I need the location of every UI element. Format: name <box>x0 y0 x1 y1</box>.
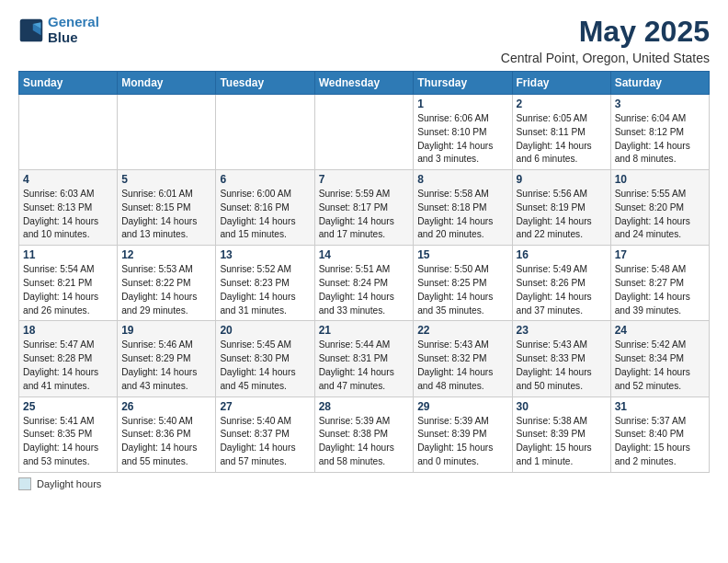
day-number: 13 <box>220 248 310 261</box>
day-info: Sunrise: 6:01 AM Sunset: 8:15 PM Dayligh… <box>121 188 211 242</box>
header: General Blue May 2025 Central Point, Ore… <box>18 15 710 65</box>
day-info: Sunrise: 5:58 AM Sunset: 8:18 PM Dayligh… <box>417 188 507 242</box>
calendar-cell: 2Sunrise: 6:05 AM Sunset: 8:11 PM Daylig… <box>512 95 610 170</box>
day-number: 7 <box>319 173 410 186</box>
calendar-day-header: Saturday <box>610 72 709 95</box>
calendar-cell: 5Sunrise: 6:01 AM Sunset: 8:15 PM Daylig… <box>118 170 216 246</box>
calendar-cell <box>19 95 118 170</box>
subtitle: Central Point, Oregon, United States <box>501 51 710 65</box>
calendar-cell: 15Sunrise: 5:50 AM Sunset: 8:25 PM Dayli… <box>414 246 512 321</box>
footer: Daylight hours <box>18 477 710 490</box>
day-number: 10 <box>615 173 705 186</box>
day-number: 26 <box>121 400 211 413</box>
day-info: Sunrise: 5:39 AM Sunset: 8:39 PM Dayligh… <box>417 415 507 469</box>
day-number: 28 <box>319 400 410 413</box>
calendar-cell: 13Sunrise: 5:52 AM Sunset: 8:23 PM Dayli… <box>216 246 314 321</box>
calendar-cell: 14Sunrise: 5:51 AM Sunset: 8:24 PM Dayli… <box>314 246 414 321</box>
day-info: Sunrise: 5:45 AM Sunset: 8:30 PM Dayligh… <box>220 339 310 393</box>
calendar-cell: 28Sunrise: 5:39 AM Sunset: 8:38 PM Dayli… <box>314 396 414 472</box>
day-info: Sunrise: 5:50 AM Sunset: 8:25 PM Dayligh… <box>417 263 507 317</box>
day-number: 16 <box>517 248 607 261</box>
day-number: 29 <box>417 400 507 413</box>
day-number: 12 <box>121 248 211 261</box>
footer-legend-label: Daylight hours <box>37 478 101 489</box>
day-number: 23 <box>517 324 607 337</box>
calendar-day-header: Monday <box>118 72 216 95</box>
day-info: Sunrise: 5:40 AM Sunset: 8:36 PM Dayligh… <box>121 415 211 469</box>
day-info: Sunrise: 5:39 AM Sunset: 8:38 PM Dayligh… <box>319 415 410 469</box>
day-info: Sunrise: 5:44 AM Sunset: 8:31 PM Dayligh… <box>319 339 410 393</box>
day-number: 8 <box>417 173 507 186</box>
calendar-cell <box>118 95 216 170</box>
calendar-day-header: Friday <box>512 72 610 95</box>
calendar-cell: 10Sunrise: 5:55 AM Sunset: 8:20 PM Dayli… <box>610 170 709 246</box>
day-info: Sunrise: 5:43 AM Sunset: 8:32 PM Dayligh… <box>417 339 507 393</box>
day-info: Sunrise: 5:37 AM Sunset: 8:40 PM Dayligh… <box>615 415 705 469</box>
calendar-week-row: 18Sunrise: 5:47 AM Sunset: 8:28 PM Dayli… <box>19 321 710 396</box>
calendar-cell: 20Sunrise: 5:45 AM Sunset: 8:30 PM Dayli… <box>216 321 314 396</box>
day-number: 6 <box>220 173 310 186</box>
day-info: Sunrise: 5:42 AM Sunset: 8:34 PM Dayligh… <box>615 339 705 393</box>
day-info: Sunrise: 6:06 AM Sunset: 8:10 PM Dayligh… <box>417 112 507 167</box>
day-number: 4 <box>23 173 113 186</box>
calendar-cell: 27Sunrise: 5:40 AM Sunset: 8:37 PM Dayli… <box>216 396 314 472</box>
calendar-week-row: 1Sunrise: 6:06 AM Sunset: 8:10 PM Daylig… <box>19 95 710 170</box>
calendar-cell: 4Sunrise: 6:03 AM Sunset: 8:13 PM Daylig… <box>19 170 118 246</box>
day-info: Sunrise: 5:41 AM Sunset: 8:35 PM Dayligh… <box>23 415 113 469</box>
day-number: 15 <box>417 248 507 261</box>
calendar-day-header: Tuesday <box>216 72 314 95</box>
day-info: Sunrise: 6:03 AM Sunset: 8:13 PM Dayligh… <box>23 188 113 242</box>
day-number: 11 <box>23 248 113 261</box>
day-info: Sunrise: 5:38 AM Sunset: 8:39 PM Dayligh… <box>517 415 607 469</box>
calendar-cell: 1Sunrise: 6:06 AM Sunset: 8:10 PM Daylig… <box>414 95 512 170</box>
day-number: 17 <box>615 248 705 261</box>
calendar-cell: 9Sunrise: 5:56 AM Sunset: 8:19 PM Daylig… <box>512 170 610 246</box>
calendar-cell: 29Sunrise: 5:39 AM Sunset: 8:39 PM Dayli… <box>414 396 512 472</box>
calendar-week-row: 11Sunrise: 5:54 AM Sunset: 8:21 PM Dayli… <box>19 246 710 321</box>
day-info: Sunrise: 5:49 AM Sunset: 8:26 PM Dayligh… <box>517 263 607 317</box>
calendar-cell: 3Sunrise: 6:04 AM Sunset: 8:12 PM Daylig… <box>610 95 709 170</box>
day-info: Sunrise: 5:47 AM Sunset: 8:28 PM Dayligh… <box>23 339 113 393</box>
calendar-cell: 17Sunrise: 5:48 AM Sunset: 8:27 PM Dayli… <box>610 246 709 321</box>
calendar-week-row: 25Sunrise: 5:41 AM Sunset: 8:35 PM Dayli… <box>19 396 710 472</box>
legend-box <box>18 477 31 490</box>
day-info: Sunrise: 5:40 AM Sunset: 8:37 PM Dayligh… <box>220 415 310 469</box>
calendar-cell: 18Sunrise: 5:47 AM Sunset: 8:28 PM Dayli… <box>19 321 118 396</box>
day-number: 22 <box>417 324 507 337</box>
day-info: Sunrise: 5:52 AM Sunset: 8:23 PM Dayligh… <box>220 263 310 317</box>
day-number: 30 <box>517 400 607 413</box>
page: General Blue May 2025 Central Point, Ore… <box>0 0 728 500</box>
title-block: May 2025 Central Point, Oregon, United S… <box>501 15 710 65</box>
day-number: 24 <box>615 324 705 337</box>
day-info: Sunrise: 6:00 AM Sunset: 8:16 PM Dayligh… <box>220 188 310 242</box>
day-info: Sunrise: 5:56 AM Sunset: 8:19 PM Dayligh… <box>517 188 607 242</box>
calendar-day-header: Thursday <box>414 72 512 95</box>
day-info: Sunrise: 5:43 AM Sunset: 8:33 PM Dayligh… <box>517 339 607 393</box>
calendar-cell: 12Sunrise: 5:53 AM Sunset: 8:22 PM Dayli… <box>118 246 216 321</box>
calendar-cell: 25Sunrise: 5:41 AM Sunset: 8:35 PM Dayli… <box>19 396 118 472</box>
calendar-cell <box>314 95 414 170</box>
day-number: 25 <box>23 400 113 413</box>
day-info: Sunrise: 5:59 AM Sunset: 8:17 PM Dayligh… <box>319 188 410 242</box>
day-info: Sunrise: 6:05 AM Sunset: 8:11 PM Dayligh… <box>517 112 607 167</box>
day-number: 19 <box>121 324 211 337</box>
day-info: Sunrise: 6:04 AM Sunset: 8:12 PM Dayligh… <box>615 112 705 167</box>
logo: General Blue <box>18 15 99 45</box>
day-number: 1 <box>417 98 507 110</box>
calendar-header-row: SundayMondayTuesdayWednesdayThursdayFrid… <box>19 72 710 95</box>
calendar-cell: 16Sunrise: 5:49 AM Sunset: 8:26 PM Dayli… <box>512 246 610 321</box>
calendar-cell: 19Sunrise: 5:46 AM Sunset: 8:29 PM Dayli… <box>118 321 216 396</box>
day-number: 5 <box>121 173 211 186</box>
calendar-cell: 7Sunrise: 5:59 AM Sunset: 8:17 PM Daylig… <box>314 170 414 246</box>
day-number: 31 <box>615 400 705 413</box>
calendar-table: SundayMondayTuesdayWednesdayThursdayFrid… <box>18 71 710 473</box>
day-number: 9 <box>517 173 607 186</box>
day-info: Sunrise: 5:54 AM Sunset: 8:21 PM Dayligh… <box>23 263 113 317</box>
day-info: Sunrise: 5:53 AM Sunset: 8:22 PM Dayligh… <box>121 263 211 317</box>
calendar-cell: 24Sunrise: 5:42 AM Sunset: 8:34 PM Dayli… <box>610 321 709 396</box>
day-number: 20 <box>220 324 310 337</box>
logo-text: General Blue <box>48 15 99 45</box>
day-number: 14 <box>319 248 410 261</box>
calendar-cell <box>216 95 314 170</box>
day-info: Sunrise: 5:55 AM Sunset: 8:20 PM Dayligh… <box>615 188 705 242</box>
